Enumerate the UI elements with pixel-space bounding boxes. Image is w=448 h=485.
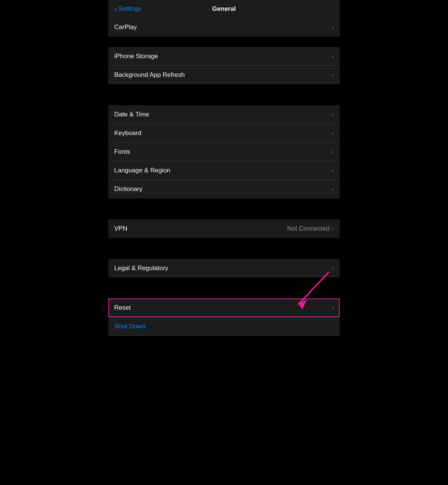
date-time-label: Date & Time [114,111,149,118]
date-time-chevron-icon: › [332,111,334,118]
vpn-row[interactable]: VPN Not Connected › [108,219,340,238]
fonts-label: Fonts [114,148,130,156]
separator-3 [108,209,340,219]
language-region-label: Language & Region [114,167,170,174]
iphone-storage-row[interactable]: iPhone Storage › [108,47,340,66]
vpn-value: Not Connected [287,225,329,232]
reset-label: Reset [114,304,131,312]
vpn-right: Not Connected › [287,225,334,232]
separator-2 [108,95,340,105]
iphone-storage-right: › [332,53,334,60]
back-chevron-icon: ‹ [114,5,117,13]
fonts-row[interactable]: Fonts › [108,143,340,161]
dictionary-chevron-icon: › [332,186,334,193]
date-time-right: › [332,111,334,118]
dictionary-label: Dictionary [114,185,143,193]
reset-right: › [332,304,334,311]
dictionary-right: › [332,186,334,193]
language-region-right: › [332,167,334,174]
legal-regulatory-right: › [332,265,334,272]
separator-5 [108,288,340,298]
reset-chevron-icon: › [332,304,334,311]
carplay-chevron-icon: › [332,24,334,31]
legal-regulatory-row[interactable]: Legal & Regulatory › [108,259,340,278]
carplay-right: › [332,24,334,31]
back-label: Settings [118,5,141,13]
background-app-refresh-label: Background App Refresh [114,71,185,79]
legal-regulatory-label: Legal & Regulatory [114,265,168,272]
carplay-section: CarPlay › [108,18,340,37]
storage-section: iPhone Storage › Background App Refresh … [108,47,340,84]
keyboard-label: Keyboard [114,129,141,137]
reset-row[interactable]: Reset › [108,298,340,317]
background-app-refresh-chevron-icon: › [332,72,334,78]
separator-4 [108,248,340,259]
iphone-storage-chevron-icon: › [332,53,334,60]
page-title: General [212,5,236,13]
keyboard-row[interactable]: Keyboard › [108,124,340,143]
iphone-storage-label: iPhone Storage [114,53,158,60]
fonts-right: › [332,148,334,155]
dictionary-row[interactable]: Dictionary › [108,180,340,198]
vpn-section: VPN Not Connected › [108,219,340,238]
shutdown-label: Shut Down [114,323,145,330]
background-app-refresh-row[interactable]: Background App Refresh › [108,66,340,84]
shutdown-row[interactable]: Shut Down [108,317,340,336]
language-region-chevron-icon: › [332,167,334,174]
reset-section: Reset › Shut Down [108,298,340,336]
carplay-row[interactable]: CarPlay › [108,18,340,37]
fonts-chevron-icon: › [332,148,334,155]
carplay-label: CarPlay [114,24,137,31]
legal-regulatory-chevron-icon: › [332,265,334,272]
legal-section: Legal & Regulatory › [108,259,340,278]
keyboard-right: › [332,130,334,137]
separator-1 [108,37,340,47]
locale-section: Date & Time › Keyboard › Fonts › Languag… [108,105,340,198]
language-region-row[interactable]: Language & Region › [108,161,340,180]
vpn-chevron-icon: › [332,225,334,232]
back-button[interactable]: ‹ Settings [114,5,141,13]
vpn-label: VPN [114,225,127,232]
nav-header: ‹ Settings General [108,0,340,18]
keyboard-chevron-icon: › [332,130,334,137]
background-app-refresh-right: › [332,72,334,78]
date-time-row[interactable]: Date & Time › [108,105,340,124]
